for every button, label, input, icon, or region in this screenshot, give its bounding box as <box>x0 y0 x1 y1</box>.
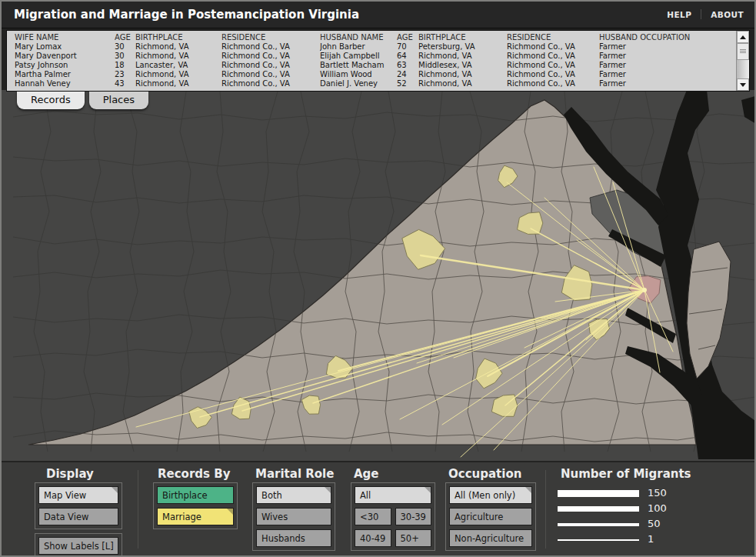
age-all-button[interactable]: All <box>355 486 431 504</box>
thumb-grip-icon <box>740 49 746 53</box>
table-cell: Farmer <box>599 79 736 88</box>
table-cell: 24 <box>397 70 418 79</box>
both-button[interactable]: Both <box>256 486 331 504</box>
husbands-button[interactable]: Husbands <box>256 529 331 547</box>
table-cell: Richmond, VA <box>418 79 507 88</box>
birthplace-button[interactable]: Birthplace <box>157 486 234 504</box>
map-view-button[interactable]: Map View <box>38 486 118 504</box>
age-heading: Age <box>354 467 379 481</box>
column-header: HUSBAND NAME <box>320 33 397 42</box>
table-cell: Hannah Veney <box>15 79 115 88</box>
records-by-group: Birthplace Marriage <box>153 482 238 529</box>
occupation-group: All (Men only) Agriculture Non-Agricultu… <box>445 482 536 551</box>
wives-button[interactable]: Wives <box>256 508 331 525</box>
panel-divider <box>138 470 138 549</box>
scroll-up-button[interactable] <box>737 31 749 43</box>
table-row[interactable]: Mary Davenport30Richmond, VARichmond Co.… <box>7 52 736 61</box>
table-cell: Richmond, VA <box>418 52 507 61</box>
table-cell: Mary Davenport <box>15 52 115 61</box>
table-cell: Richmond Co., VA <box>221 52 320 61</box>
app-window: Migration and Marriage in Postemancipati… <box>0 0 756 557</box>
table-cell: 30 <box>115 42 135 52</box>
table-cell: Middlesex, VA <box>418 61 507 70</box>
table-cell: Farmer <box>599 42 736 52</box>
table-cell: Patsy Johnson <box>15 61 115 70</box>
table-cell: Farmer <box>599 70 736 79</box>
occupation-heading: Occupation <box>448 467 521 481</box>
legend-line-150 <box>558 490 639 497</box>
table-row[interactable]: Mary Lomax30Richmond, VARichmond Co., VA… <box>7 42 736 52</box>
table-cell: Richmond Co., VA <box>507 52 599 61</box>
page-title: Migration and Marriage in Postemancipati… <box>14 8 359 22</box>
tab-records[interactable]: Records <box>17 90 85 109</box>
age-under-30-button[interactable]: <30 <box>355 508 391 525</box>
marriage-button[interactable]: Marriage <box>157 508 234 525</box>
header-divider <box>701 9 701 19</box>
records-table-body: WIFE NAMEAGEBIRTHPLACERESIDENCEHUSBAND N… <box>7 31 736 91</box>
agriculture-button[interactable]: Agriculture <box>449 508 532 525</box>
table-cell: 18 <box>115 61 135 70</box>
table-cell: Bartlett Macham <box>320 61 397 70</box>
table-cell: 23 <box>115 70 135 79</box>
table-cell: Richmond Co., VA <box>507 42 599 52</box>
scroll-down-button[interactable] <box>737 78 749 91</box>
legend-line-50 <box>558 523 639 526</box>
virginia-map[interactable] <box>2 90 756 461</box>
up-arrow-icon <box>740 35 746 39</box>
table-cell: Petersburg, VA <box>418 42 507 52</box>
display-group: Map View Data View <box>35 482 122 529</box>
help-link[interactable]: HELP <box>667 10 691 19</box>
table-cell: Richmond Co., VA <box>221 70 320 79</box>
marital-role-group: Both Wives Husbands <box>252 482 335 551</box>
table-cell: Farmer <box>599 52 736 61</box>
table-scrollbar[interactable] <box>736 31 749 91</box>
table-cell: Richmond, VA <box>135 79 221 88</box>
table-cell: Lancaster, VA <box>135 61 221 70</box>
table-cell: 52 <box>397 79 418 88</box>
show-labels-button[interactable]: Show Labels [L] <box>38 537 118 555</box>
labels-group: Show Labels [L] <box>35 533 122 557</box>
table-cell: Richmond, VA <box>135 52 221 61</box>
column-header: HUSBAND OCCUPATION <box>599 33 736 42</box>
table-header-row: WIFE NAMEAGEBIRTHPLACERESIDENCEHUSBAND N… <box>7 33 736 42</box>
table-cell: Farmer <box>599 61 736 70</box>
table-cell: Daniel J. Veney <box>320 79 397 88</box>
table-cell: Richmond Co., VA <box>221 61 320 70</box>
table-cell: John Barber <box>320 42 397 52</box>
table-cell: Richmond Co., VA <box>221 42 320 52</box>
table-row[interactable]: Martha Palmer23Richmond, VARichmond Co.,… <box>7 70 736 79</box>
non-agriculture-button[interactable]: Non-Agriculture <box>449 529 532 547</box>
legend-heading: Number of Migrants <box>561 467 691 481</box>
table-cell: Richmond, VA <box>135 42 221 52</box>
legend-label-150: 150 <box>648 487 667 499</box>
legend-line-1 <box>558 539 639 541</box>
table-cell: 63 <box>397 61 418 70</box>
age-40-49-button[interactable]: 40-49 <box>355 529 391 547</box>
table-cell: Richmond Co., VA <box>507 70 599 79</box>
column-header: BIRTHPLACE <box>418 33 507 42</box>
column-header: AGE <box>115 33 135 42</box>
origin-point <box>642 288 647 292</box>
table-cell: Martha Palmer <box>15 70 115 79</box>
control-panel: Display Map View Data View Show Labels [… <box>2 461 756 557</box>
header-bar: Migration and Marriage in Postemancipati… <box>2 2 754 28</box>
panel-divider <box>545 470 546 549</box>
column-header: WIFE NAME <box>15 33 115 42</box>
age-group: All <30 30-39 40-49 50+ <box>351 482 435 551</box>
table-row[interactable]: Hannah Veney43Richmond, VARichmond Co., … <box>7 79 736 88</box>
header-links: HELP ABOUT <box>667 9 744 19</box>
occupation-all-button[interactable]: All (Men only) <box>449 486 532 504</box>
table-row[interactable]: Patsy Johnson18Lancaster, VARichmond Co.… <box>7 61 736 70</box>
legend-label-50: 50 <box>648 518 661 529</box>
legend-label-100: 100 <box>648 502 667 514</box>
table-cell: 70 <box>397 42 418 52</box>
about-link[interactable]: ABOUT <box>711 10 744 19</box>
age-50-plus-button[interactable]: 50+ <box>395 529 432 547</box>
column-header: RESIDENCE <box>221 33 320 42</box>
data-view-button[interactable]: Data View <box>38 508 118 525</box>
age-30-39-button[interactable]: 30-39 <box>395 508 432 525</box>
table-cell: William Wood <box>320 70 397 79</box>
scrollbar-thumb[interactable] <box>737 43 749 60</box>
table-cell: Mary Lomax <box>15 42 115 52</box>
tab-places[interactable]: Places <box>89 90 148 109</box>
